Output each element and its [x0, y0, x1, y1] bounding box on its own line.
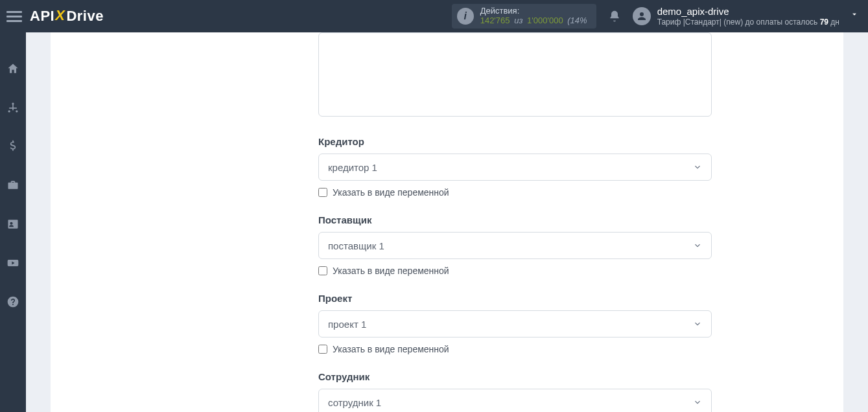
description-textarea[interactable] [318, 32, 712, 117]
user-menu[interactable]: demo_apix-drive Тариф |Стандарт| (new) д… [633, 6, 859, 27]
creditor-select[interactable]: кредитор 1 [318, 154, 712, 181]
select-value: сотрудник 1 [328, 397, 381, 408]
field-supplier: Поставщик поставщик 1 Указать в виде пер… [318, 214, 712, 276]
chevron-down-icon [850, 10, 859, 19]
chevron-down-icon [693, 241, 702, 250]
logo-text-x: X [55, 7, 65, 24]
field-label: Проект [318, 293, 712, 304]
field-label: Сотрудник [318, 371, 712, 382]
chevron-down-icon [693, 163, 702, 172]
left-sidebar [0, 32, 26, 412]
sidebar-item-video[interactable] [0, 250, 26, 276]
user-name: demo_apix-drive [657, 6, 839, 17]
field-label: Поставщик [318, 214, 712, 225]
sidebar-item-help[interactable] [0, 289, 26, 315]
project-select[interactable]: проект 1 [318, 310, 712, 338]
employee-select[interactable]: сотрудник 1 [318, 389, 712, 412]
menu-toggle-button[interactable] [6, 8, 22, 24]
variable-checkbox-label[interactable]: Указать в виде переменной [333, 344, 449, 354]
chevron-down-icon [693, 398, 702, 407]
main-area: Кредитор кредитор 1 Указать в виде перем… [26, 32, 868, 412]
variable-checkbox-label[interactable]: Указать в виде переменной [333, 266, 449, 276]
sidebar-item-briefcase[interactable] [0, 172, 26, 198]
variable-checkbox[interactable] [318, 188, 327, 197]
supplier-select[interactable]: поставщик 1 [318, 232, 712, 259]
actions-stats: 142'765 из 1'000'000 (14% [480, 16, 587, 26]
select-value: поставщик 1 [328, 240, 384, 251]
field-project: Проект проект 1 Указать в виде переменно… [318, 293, 712, 354]
sidebar-item-connections[interactable] [0, 95, 26, 120]
variable-checkbox[interactable] [318, 345, 327, 354]
select-value: кредитор 1 [328, 162, 377, 173]
sidebar-item-home[interactable] [0, 56, 26, 82]
content-card: Кредитор кредитор 1 Указать в виде перем… [51, 32, 843, 412]
sidebar-item-contacts[interactable] [0, 211, 26, 237]
field-label: Кредитор [318, 136, 712, 147]
notifications-icon[interactable] [608, 10, 621, 23]
info-icon: i [457, 8, 474, 25]
logo-text-drive: Drive [66, 8, 104, 25]
form-area: Кредитор кредитор 1 Указать в виде перем… [318, 32, 714, 412]
variable-checkbox-label[interactable]: Указать в виде переменной [333, 187, 449, 198]
app-logo[interactable]: API X Drive [30, 8, 104, 25]
select-value: проект 1 [328, 319, 366, 330]
actions-title: Действия: [480, 6, 587, 16]
logo-text-api: API [30, 8, 54, 25]
avatar-icon [633, 7, 651, 25]
user-plan: Тариф |Стандарт| (new) до оплаты осталос… [657, 17, 839, 27]
actions-counter[interactable]: i Действия: 142'765 из 1'000'000 (14% [452, 4, 596, 29]
top-header: API X Drive i Действия: 142'765 из 1'000… [0, 0, 868, 32]
field-employee: Сотрудник сотрудник 1 Указать в виде пер… [318, 371, 712, 412]
variable-checkbox[interactable] [318, 266, 327, 275]
chevron-down-icon [693, 319, 702, 328]
sidebar-item-billing[interactable] [0, 133, 26, 159]
field-creditor: Кредитор кредитор 1 Указать в виде перем… [318, 136, 712, 198]
